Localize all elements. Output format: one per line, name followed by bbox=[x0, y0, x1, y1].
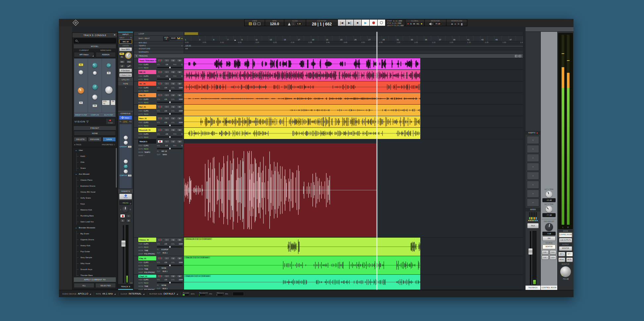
info-value[interactable]: CLIPS bbox=[144, 243, 148, 245]
view-grid-icon[interactable] bbox=[253, 23, 256, 25]
info-value[interactable]: CLIPS bbox=[144, 145, 148, 147]
start-value[interactable]: 1 | 1 | 000 bbox=[393, 20, 402, 22]
info-value[interactable]: READ bbox=[144, 78, 149, 80]
track-solo-button[interactable]: S bbox=[170, 117, 176, 120]
audio-clip[interactable] bbox=[184, 58, 420, 69]
plugin-sc-chip[interactable]: SC bbox=[78, 63, 83, 66]
lane-view-icon[interactable] bbox=[519, 55, 521, 57]
pan-right-label[interactable]: 100R bbox=[179, 261, 183, 263]
tempo-row-label[interactable]: TEMPO▸ bbox=[134, 44, 184, 47]
in-value[interactable]: B S/PDIF bbox=[161, 249, 168, 251]
pan-slider[interactable] bbox=[157, 148, 183, 149]
audio-clip[interactable]: Clap_01Q♯0.00 semi bbox=[184, 256, 420, 274]
insert-slot[interactable]: + bbox=[527, 190, 539, 198]
plugin-dynsc-chip[interactable]: DYN SC bbox=[102, 100, 110, 105]
pan-right-label[interactable]: 100R bbox=[179, 87, 183, 89]
info-value[interactable]: CLIPS bbox=[144, 87, 148, 89]
pan-slider-handle[interactable] bbox=[169, 124, 171, 126]
view-list-icon[interactable] bbox=[249, 23, 252, 25]
loop-region[interactable] bbox=[184, 32, 198, 35]
track-header[interactable]: Arp_01ISMVIEWCLIPSAUTOREADVOL-2.6100L100… bbox=[134, 93, 184, 104]
track-record-arm-button[interactable] bbox=[158, 59, 163, 62]
track-record-arm-button[interactable] bbox=[158, 275, 163, 278]
rate-setting[interactable]: RATE 44.1 kHz◢ bbox=[96, 292, 118, 295]
track-name[interactable]: Bouzouki_01 bbox=[138, 128, 156, 132]
pan-slider[interactable] bbox=[157, 265, 183, 266]
preset-group[interactable]: ⌄User bbox=[72, 147, 117, 153]
track-name[interactable]: 808_01 bbox=[138, 70, 156, 74]
out-value[interactable]: MAIN bbox=[163, 154, 167, 156]
signature-value[interactable]: 4/4 bbox=[185, 48, 188, 50]
audio-clip[interactable]: Chimes_01Q♯0.00 semi bbox=[184, 238, 420, 256]
phase-button[interactable]: Ø bbox=[119, 64, 125, 68]
alt1-button[interactable]: ALT 1 bbox=[558, 252, 565, 256]
info-value[interactable]: CLIPS bbox=[144, 64, 148, 66]
stop-button[interactable]: ■ bbox=[354, 20, 362, 26]
track-mute-button[interactable]: M bbox=[177, 105, 182, 108]
comp-on-chip[interactable]: ON bbox=[128, 174, 132, 177]
solo-button[interactable]: S bbox=[120, 219, 125, 222]
preset-item[interactable]: Sexy Sample bbox=[72, 254, 117, 260]
record-arm-button[interactable] bbox=[120, 214, 125, 218]
pan-slider[interactable] bbox=[157, 282, 183, 283]
track-lane[interactable]: Chimes_01Q♯0.00 semi bbox=[184, 238, 523, 256]
deesser-slot[interactable]: P De-Esser bbox=[119, 69, 132, 72]
track-solo-button[interactable]: S bbox=[170, 105, 176, 108]
plugin-on-chip[interactable]: ON bbox=[111, 100, 115, 105]
audio-clip[interactable] bbox=[184, 128, 420, 139]
track-lane[interactable]: Clap_01Q♯0.00 semi bbox=[184, 256, 523, 274]
cue4-button[interactable]: CUE 4 bbox=[550, 255, 557, 260]
track-name[interactable]: AC _01 bbox=[138, 81, 156, 86]
input-section-header[interactable]: INPUT bbox=[118, 32, 133, 36]
monitor-db-value[interactable]: -75 dB bbox=[434, 22, 442, 25]
pan-slider[interactable] bbox=[157, 67, 183, 68]
track-record-arm-button[interactable] bbox=[158, 70, 163, 73]
pan-left-label[interactable]: 100L bbox=[171, 87, 175, 89]
favorites-toggle[interactable]: FAVORITES ☆ bbox=[102, 143, 115, 146]
playhead[interactable] bbox=[377, 32, 377, 290]
ratio-knob[interactable] bbox=[92, 84, 98, 90]
preset-group[interactable]: ⌄Brendan Morawski bbox=[72, 225, 117, 231]
vol-value[interactable]: -2.6 bbox=[164, 110, 167, 112]
pan-slider-handle[interactable] bbox=[169, 282, 171, 284]
track-header[interactable]: Bass_01ISMVIEWCLIPSAUTOREADVOL-2.6100L10… bbox=[134, 116, 184, 127]
loop-row-label[interactable]: LOOP bbox=[134, 32, 184, 35]
pan-right-label[interactable]: 100R bbox=[179, 121, 183, 123]
info-value[interactable]: READ bbox=[144, 265, 149, 267]
minsec-row-label[interactable]: MIN:SEC bbox=[134, 41, 184, 44]
sidechain-assign-button[interactable]: ASSIGN bbox=[96, 52, 116, 57]
pan-left-label[interactable]: 100L bbox=[171, 261, 175, 263]
monitor-level-knob[interactable] bbox=[560, 266, 571, 277]
input-mode-button[interactable]: IN bbox=[119, 56, 124, 59]
track-name[interactable]: Arp_01 bbox=[138, 93, 156, 97]
apply-selected-button[interactable]: SELECTED bbox=[95, 283, 116, 288]
track-solo-button[interactable]: S bbox=[170, 82, 176, 85]
inserts-power-icon[interactable] bbox=[536, 132, 538, 134]
info-value[interactable]: CLIPS bbox=[144, 75, 148, 77]
close-icon[interactable]: ✕ bbox=[114, 33, 116, 37]
track-solo-button[interactable]: S bbox=[170, 238, 176, 241]
plugin-knob[interactable] bbox=[93, 71, 97, 75]
cue1-button[interactable]: CUE 1 bbox=[542, 250, 549, 254]
preset-item[interactable]: Rumbling Bass bbox=[72, 213, 117, 219]
out-value[interactable]: BUS 1 bbox=[163, 270, 167, 272]
plugin-in-chip[interactable]: IN bbox=[79, 101, 83, 104]
plugin-on-chip[interactable]: ON bbox=[92, 104, 97, 107]
talkback-fader[interactable] bbox=[530, 231, 531, 285]
show-control-room-button[interactable]: CONTROL ROOM bbox=[559, 233, 572, 237]
length-value[interactable]: 0 | 0 | 000 bbox=[394, 24, 404, 26]
mono-button[interactable]: MONO bbox=[558, 257, 565, 262]
info-value[interactable]: CLIPS bbox=[144, 98, 148, 100]
global-solo-indicator[interactable]: S bbox=[410, 23, 412, 25]
vol-value[interactable]: -2.6 bbox=[165, 75, 168, 77]
track-header[interactable]: Clap2_01ISMVIEWCLIPSAUTOREADMODETIMEWARP… bbox=[134, 275, 184, 290]
pan-left-label[interactable]: 100L bbox=[171, 279, 175, 281]
track-name[interactable]: Bass_01 bbox=[138, 116, 156, 120]
click-db-value[interactable]: 0 dB bbox=[296, 22, 302, 25]
gain-knob[interactable] bbox=[125, 52, 132, 59]
bar-ruler[interactable]: ▶ 13579111315171921232527293133353739414… bbox=[184, 36, 523, 41]
info-value[interactable]: TIME bbox=[144, 285, 148, 287]
track-input-button[interactable]: I bbox=[164, 128, 169, 131]
in-value[interactable]: MIC 18 bbox=[161, 150, 167, 152]
track-header[interactable]: AC _01ISMVIEWCLIPSAUTOREADVOL-2.6100L100… bbox=[134, 81, 184, 93]
